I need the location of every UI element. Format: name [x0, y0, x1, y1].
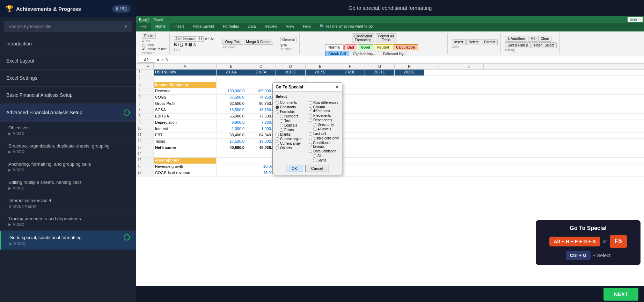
sidebar-item-objectives[interactable]: Objectives ▶ VIDEO	[0, 122, 136, 140]
cell-f1[interactable]: 2020E	[335, 70, 365, 76]
cell-a10[interactable]: Interest	[154, 126, 217, 132]
cell-a16[interactable]: Revenue growth	[154, 164, 217, 170]
sidebar-item-goto-special[interactable]: Go to special, conditional formatting ▶ …	[0, 231, 136, 250]
cell-b5[interactable]: 67,500.0	[217, 95, 246, 101]
sign-in-btn[interactable]: Sign in	[628, 17, 643, 22]
radio-numbers[interactable]: Numbers	[280, 114, 306, 118]
radio-current-array[interactable]: Current array	[276, 142, 306, 145]
cell-b16[interactable]	[217, 164, 246, 170]
dialog-cancel-button[interactable]: Cancel	[305, 165, 329, 172]
cell-a17[interactable]: COGS % of revenue	[154, 170, 217, 176]
search-tab[interactable]: 🔍 Tell me what you want to do	[315, 23, 378, 31]
radio-current-region[interactable]: Current region	[276, 137, 306, 141]
radio-conditional-formats[interactable]: Conditional formats	[309, 141, 339, 149]
cell-c13[interactable]: 45,038.0	[246, 145, 276, 151]
cell-b8[interactable]: 66,000.0	[217, 114, 246, 120]
italic-button[interactable]: I	[178, 42, 179, 47]
normal-style[interactable]: Normal	[325, 44, 343, 50]
font-color-button[interactable]: A	[193, 43, 196, 47]
format-as-table-button[interactable]: Format asTable	[376, 33, 396, 43]
cell-c17[interactable]: 45.0%	[246, 170, 276, 176]
cell-b12[interactable]: 17,520.0	[217, 139, 246, 145]
cell-b11[interactable]: 58,400.0	[217, 132, 246, 138]
merge-center-button[interactable]: Merge & Center	[244, 39, 273, 45]
review-tab[interactable]: Review	[260, 23, 281, 31]
insert-cells-button[interactable]: Insert	[452, 39, 466, 45]
cell-h1[interactable]: 2022E	[395, 70, 424, 76]
cell-b15[interactable]	[217, 158, 246, 164]
cell-b3[interactable]	[217, 82, 246, 88]
cell-a7[interactable]: SG&A	[154, 107, 217, 113]
autosum-button[interactable]: Σ AutoSum	[505, 36, 527, 42]
bold-button[interactable]: B	[174, 42, 177, 47]
cell-g1[interactable]: 2021E	[365, 70, 395, 76]
cell-c3[interactable]	[246, 82, 276, 88]
font-shrink-icon[interactable]: A⁻	[211, 37, 215, 41]
cell-a5[interactable]: COGS	[154, 95, 217, 101]
paste-button[interactable]: Paste	[142, 33, 156, 39]
cell-d1[interactable]: 2018E	[276, 70, 306, 76]
check-cell-style[interactable]: Check Cell	[325, 51, 349, 56]
radio-errors-sub[interactable]: Errors	[280, 128, 306, 132]
calculation-style[interactable]: Calculation	[393, 44, 418, 50]
currency-button[interactable]: $	[280, 43, 283, 47]
cell-a9[interactable]: Depreciation	[154, 120, 217, 126]
font-size-select[interactable]: 11	[197, 36, 204, 42]
clear-button[interactable]: Clear	[538, 36, 551, 42]
cell-c11[interactable]: 64,340.0	[246, 132, 276, 138]
cell-b10[interactable]: 1,000.0	[217, 126, 246, 132]
font-grow-icon[interactable]: A⁺	[205, 37, 209, 41]
cell-b13[interactable]: 40,880.0	[217, 145, 246, 151]
fill-button[interactable]: Fill	[528, 36, 537, 42]
radio-last-cell[interactable]: Last cell	[309, 132, 339, 136]
percent-button[interactable]: %	[283, 43, 287, 47]
cell-a8[interactable]: EBITDA	[154, 114, 217, 120]
sidebar-item-tracing[interactable]: Tracing precedents and dependents ▶ VIDE…	[0, 213, 136, 231]
insert-tab[interactable]: Insert	[170, 23, 189, 31]
cell-reference-box[interactable]: A2	[138, 57, 155, 63]
radio-dependents[interactable]: Dependents	[309, 118, 339, 122]
fill-color-button[interactable]: 🅐	[189, 43, 192, 47]
copy-label[interactable]: 📋 Copy	[142, 43, 167, 47]
radio-blanks[interactable]: Blanks	[276, 132, 306, 136]
cell-c10[interactable]: 1,000.0	[246, 126, 276, 132]
radio-col-diff[interactable]: Column differences	[309, 105, 339, 113]
cell-section-assumptions[interactable]: Assumptions	[154, 158, 217, 164]
cell-c6[interactable]: 90,750.0	[246, 101, 276, 107]
format-cells-button[interactable]: Format	[482, 39, 498, 45]
sidebar-item-introduction[interactable]: Introduction	[0, 35, 136, 52]
cell-c2[interactable]	[246, 76, 276, 82]
wrap-text-button[interactable]: Wrap Text	[222, 39, 243, 45]
followed-hyperlink-style[interactable]: Followed Hy...	[380, 51, 409, 56]
cell-e1[interactable]: 2019E	[306, 70, 335, 76]
cell-a4[interactable]: Revenue	[154, 88, 217, 94]
find-select-button[interactable]: Filter · Select	[532, 42, 557, 48]
cell-a1[interactable]: USD $000's	[154, 70, 217, 76]
radio-data-validation[interactable]: Data validation	[309, 149, 339, 153]
radio-same[interactable]: Same	[313, 158, 339, 162]
home-tab[interactable]: Home	[151, 23, 170, 31]
fullscreen-exit-icon[interactable]: ⤡	[145, 19, 149, 24]
sidebar-item-anchoring[interactable]: Anchoring, formatting, and grouping cell…	[0, 158, 136, 176]
radio-direct-only[interactable]: Direct only	[313, 123, 339, 127]
radio-precedents[interactable]: Precedents	[309, 114, 339, 117]
radio-formulas[interactable]: Formulas	[276, 110, 306, 114]
cell-a12[interactable]: Taxes	[154, 139, 217, 145]
sidebar-item-interactive4[interactable]: Interactive exercise 4 ⊞ MULTIMEDIA	[0, 194, 136, 213]
cell-c4[interactable]: 165,000.0	[246, 88, 276, 94]
good-style[interactable]: Good	[358, 44, 373, 50]
sidebar-item-structure[interactable]: Structure, organization, duplicate sheet…	[0, 140, 136, 158]
cell-b17[interactable]	[217, 170, 246, 176]
sidebar-item-advanced-fa[interactable]: Advanced Financial Analysis Setup	[0, 104, 136, 122]
radio-visible-cells[interactable]: Visible cells only	[309, 136, 339, 140]
delete-cells-button[interactable]: Delete	[466, 39, 481, 45]
formulas-tab[interactable]: Formulas	[219, 23, 243, 31]
cell-a2[interactable]	[154, 76, 217, 82]
cell-b2[interactable]	[217, 76, 246, 82]
radio-text[interactable]: Text	[280, 119, 306, 123]
radio-all[interactable]: All	[313, 154, 339, 158]
border-button[interactable]: ⊞	[184, 42, 188, 47]
radio-objects[interactable]: Objects	[276, 146, 306, 150]
radio-constants[interactable]: Constants	[276, 105, 306, 109]
font-family-select[interactable]: Arial Narrow	[174, 36, 196, 42]
